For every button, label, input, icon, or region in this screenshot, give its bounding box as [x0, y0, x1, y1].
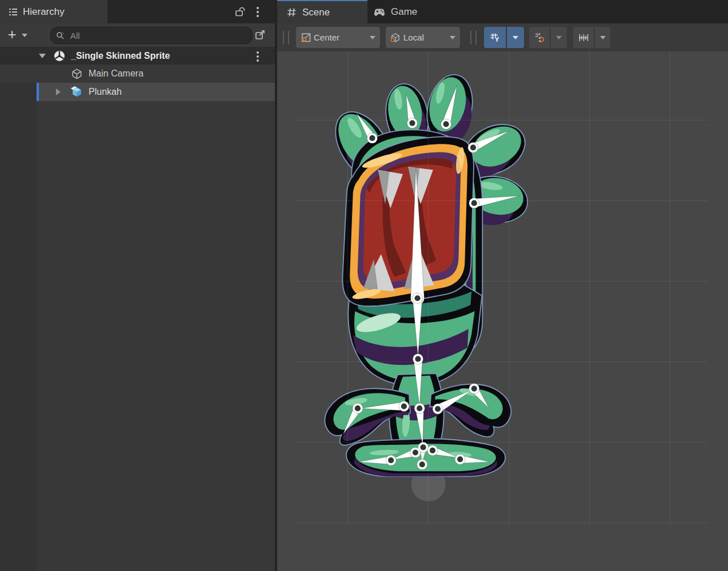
- scene-viewport[interactable]: [277, 51, 728, 571]
- bone-joint-center: [409, 120, 415, 126]
- grid-settings-dropdown[interactable]: [507, 27, 524, 48]
- chevron-down-icon: [556, 36, 562, 39]
- bone-joint-center: [457, 456, 463, 462]
- hierarchy-item-main-camera[interactable]: Main Camera: [0, 65, 275, 83]
- hierarchy-toolbar: +: [0, 23, 275, 47]
- prefab-box-icon: [70, 85, 84, 102]
- chevron-down-icon: [450, 36, 455, 39]
- bone-joint-center: [443, 121, 449, 127]
- bone-joint-center: [388, 457, 394, 463]
- scene-name-label: _Single Skinned Sprite: [71, 51, 170, 61]
- hierarchy-item-plunkah[interactable]: Plunkah: [0, 83, 275, 101]
- bone-joint-center: [471, 200, 477, 206]
- open-search-window-icon[interactable]: [254, 29, 266, 43]
- chevron-down-icon: [600, 36, 606, 39]
- hierarchy-panel: Hierarchy +: [0, 0, 275, 571]
- unity-scene-icon: [53, 49, 66, 65]
- svg-text:Y: Y: [495, 36, 499, 43]
- snap-increment-dropdown[interactable]: [595, 27, 610, 48]
- tab-hierarchy[interactable]: Hierarchy: [0, 0, 107, 23]
- local-axes-cube-icon: [390, 32, 401, 43]
- unlock-icon[interactable]: [234, 6, 246, 20]
- scene-tab-strip: Scene Game: [277, 0, 728, 23]
- chevron-down-icon: [370, 36, 375, 39]
- bone-joint-center: [417, 405, 422, 411]
- chevron-down-icon: [513, 36, 518, 39]
- tab-scene[interactable]: Scene: [277, 0, 367, 23]
- search-icon: [55, 30, 66, 41]
- scene-panel: Scene Game: [275, 0, 728, 571]
- pivot-mode-button[interactable]: Center: [296, 27, 380, 48]
- gamepad-icon: [372, 6, 387, 18]
- scene-canvas[interactable]: [277, 51, 728, 571]
- tab-game[interactable]: Game: [372, 0, 446, 23]
- bone-joint-center: [369, 135, 375, 141]
- bone-joint-center: [415, 356, 421, 362]
- gameobject-cube-icon: [70, 67, 83, 83]
- create-object-dropdown-icon[interactable]: [22, 34, 27, 37]
- search-input[interactable]: [69, 30, 231, 41]
- scene-header-row[interactable]: _Single Skinned Sprite: [0, 47, 275, 65]
- pivot-mode-label: Center: [314, 33, 339, 42]
- bone-joint-center: [355, 405, 361, 411]
- grid-snapping-toggle[interactable]: [529, 27, 550, 48]
- bone-joint-center: [401, 403, 407, 409]
- unity-editor-window: Hierarchy +: [0, 0, 728, 571]
- scene-tab-label: Scene: [302, 7, 330, 18]
- snap-increment-button[interactable]: [573, 27, 594, 48]
- hierarchy-more-menu-icon[interactable]: [257, 7, 259, 17]
- toolbar-drag-handle[interactable]: [470, 31, 477, 45]
- scene-more-menu-icon[interactable]: [257, 51, 259, 62]
- bone-joint-center: [471, 385, 477, 391]
- game-tab-label: Game: [391, 6, 417, 18]
- hierarchy-left-gutter: [0, 47, 37, 571]
- toolbar-drag-handle[interactable]: [283, 31, 289, 45]
- rotation-mode-label: Local: [403, 33, 424, 42]
- bone-joint-center: [414, 295, 420, 301]
- grid-visibility-toggle[interactable]: Y: [484, 27, 506, 48]
- snap-settings-dropdown[interactable]: [551, 27, 567, 48]
- foldout-collapsed-icon[interactable]: [56, 89, 61, 95]
- bone-joint-center: [413, 449, 418, 455]
- pivot-center-icon: [301, 32, 311, 43]
- ruler-ticks-icon: [577, 32, 590, 43]
- hierarchy-search-field[interactable]: [50, 27, 253, 44]
- scene-grid-icon: [286, 7, 297, 18]
- bone-joint-center: [430, 448, 435, 453]
- grid-axis-y-icon: Y: [489, 32, 501, 43]
- item-label: Main Camera: [89, 69, 143, 79]
- bone-joint-center: [470, 144, 476, 150]
- create-object-button[interactable]: +: [5, 26, 19, 44]
- item-label: Plunkah: [89, 87, 122, 97]
- rotation-mode-button[interactable]: Local: [386, 27, 460, 48]
- hierarchy-tab-label: Hierarchy: [23, 6, 65, 18]
- scene-toolbar: Center Local Y: [277, 23, 728, 51]
- bone-joint-center: [435, 406, 441, 412]
- hierarchy-list-icon: [8, 7, 18, 17]
- hierarchy-tab-strip: Hierarchy: [0, 0, 275, 23]
- foldout-expanded-icon[interactable]: [39, 54, 46, 58]
- bone-joint-center: [420, 444, 426, 450]
- grid-snap-magnet-icon: [534, 31, 546, 43]
- bone-joint-center: [419, 461, 425, 467]
